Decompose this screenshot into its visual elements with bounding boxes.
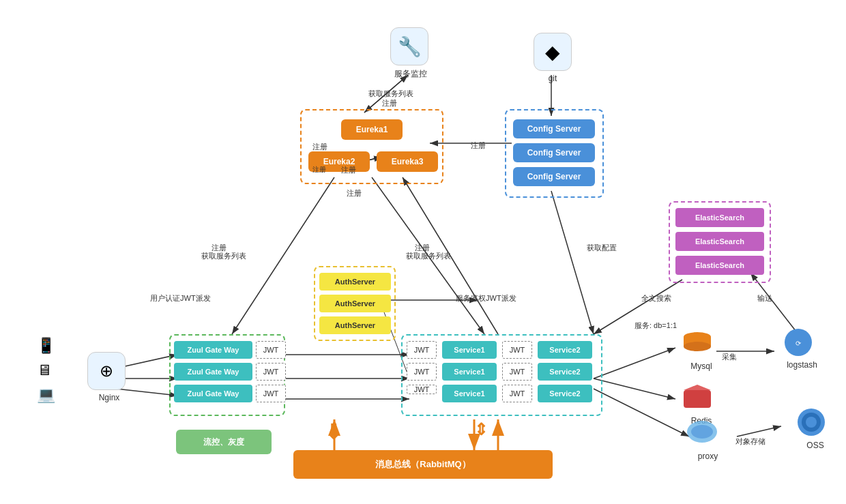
label-get-service-list-zuul: 获取服务列表: [201, 251, 246, 261]
svg-point-42: [691, 425, 713, 439]
config-server3-box: Config Server: [513, 167, 595, 186]
label-register-1: 注册: [382, 98, 397, 108]
label-get-config: 获取配置: [587, 243, 617, 253]
jwt7-box: JWT: [502, 341, 532, 359]
svg-line-22: [551, 191, 594, 334]
label-user-auth: 用户认证JWT派发: [150, 293, 211, 303]
auth-server3-box: AuthServer: [319, 316, 391, 334]
arrow-down-1: ⇓: [325, 420, 342, 444]
flow-control-box: 流控、灰度: [176, 430, 272, 454]
nginx-label: Nginx: [92, 393, 126, 402]
git-icon: ◆: [534, 33, 572, 71]
auth-server1-box: AuthServer: [319, 273, 391, 291]
nginx-icon: ⊕: [87, 352, 126, 390]
jwt5-box: JWT: [407, 363, 437, 381]
label-collect: 采集: [722, 352, 737, 362]
eureka1-box: Eureka1: [341, 119, 403, 140]
service1a-box: Service1: [442, 341, 497, 359]
label-get-service-list-service: 获取服务列表: [406, 251, 451, 261]
svg-marker-40: [684, 385, 711, 390]
service-monitor-icon: 🔧: [390, 27, 428, 65]
label-register-config: 注册: [471, 140, 486, 151]
service2b-box: Service2: [538, 363, 592, 381]
label-full-text-search: 全文搜索: [641, 293, 671, 303]
jwt9-box: JWT: [502, 385, 532, 402]
svg-line-27: [594, 348, 675, 379]
proxy-label: proxy: [692, 451, 723, 461]
label-get-service-list: 获取服务列表: [368, 89, 413, 99]
es3-box: ElasticSearch: [675, 256, 764, 275]
svg-point-36: [684, 342, 711, 351]
proxy-icon: [684, 419, 721, 453]
service2c-box: Service2: [538, 385, 592, 402]
zuul1-box: Zuul Gate Way: [174, 341, 252, 359]
label-service-auth: 服务鉴权JWT派发: [456, 293, 516, 303]
logstash-label: logstash: [783, 360, 821, 370]
label-register-eureka: 注册: [312, 142, 327, 152]
service-monitor-label: 服务监控: [390, 68, 431, 80]
label-transport: 输送: [757, 293, 772, 303]
eureka3-box: Eureka3: [377, 151, 438, 172]
label-register-eureka2: 注册: [341, 165, 356, 175]
oss-label: OSS: [802, 441, 829, 450]
service2a-box: Service2: [538, 341, 592, 359]
jwt4-box: JWT: [407, 341, 437, 359]
label-service-db: 服务: db=1:1: [634, 321, 677, 331]
mysql-icon: [681, 327, 714, 363]
git-label: git: [539, 74, 566, 83]
message-bus-box: 消息总线（RabbitMQ）: [293, 450, 553, 479]
arrow-exchange: ⇕: [474, 420, 488, 439]
config-server2-box: Config Server: [513, 143, 595, 162]
desktop-icon: 🖥: [37, 361, 52, 379]
es1-box: ElasticSearch: [675, 208, 764, 227]
service1b-box: Service1: [442, 363, 497, 381]
svg-text:⟳: ⟳: [796, 340, 802, 347]
architecture-diagram: 🔧 服务监控 ◆ git 获取服务列表 注册 Eureka1 Eureka2 E…: [0, 0, 846, 504]
svg-line-29: [594, 389, 689, 436]
svg-point-45: [806, 417, 817, 428]
jwt6-box: JWT: [407, 385, 437, 394]
label-register-down: 注册: [347, 188, 362, 198]
zuul2-box: Zuul Gate Way: [174, 363, 252, 381]
oss-icon: [795, 406, 828, 441]
logstash-icon: ⟳: [783, 327, 813, 360]
svg-line-26: [737, 426, 781, 436]
auth-server2-box: AuthServer: [319, 295, 391, 312]
jwt8-box: JWT: [502, 363, 532, 381]
config-server1-box: Config Server: [513, 119, 595, 138]
label-object-storage: 对象存储: [735, 436, 765, 447]
label-register-eureka3: 注册: [312, 165, 326, 175]
jwt3-box: JWT: [256, 385, 286, 402]
service1c-box: Service1: [442, 385, 497, 402]
zuul3-box: Zuul Gate Way: [174, 385, 252, 402]
svg-rect-39: [684, 390, 711, 408]
jwt1-box: JWT: [256, 341, 286, 359]
es2-box: ElasticSearch: [675, 232, 764, 251]
redis-icon: [681, 381, 714, 416]
mobile-icon: 📱: [37, 337, 55, 355]
mysql-label: Mysql: [684, 361, 718, 371]
jwt2-box: JWT: [256, 363, 286, 381]
svg-line-28: [594, 379, 675, 399]
laptop-icon: 💻: [37, 386, 55, 404]
